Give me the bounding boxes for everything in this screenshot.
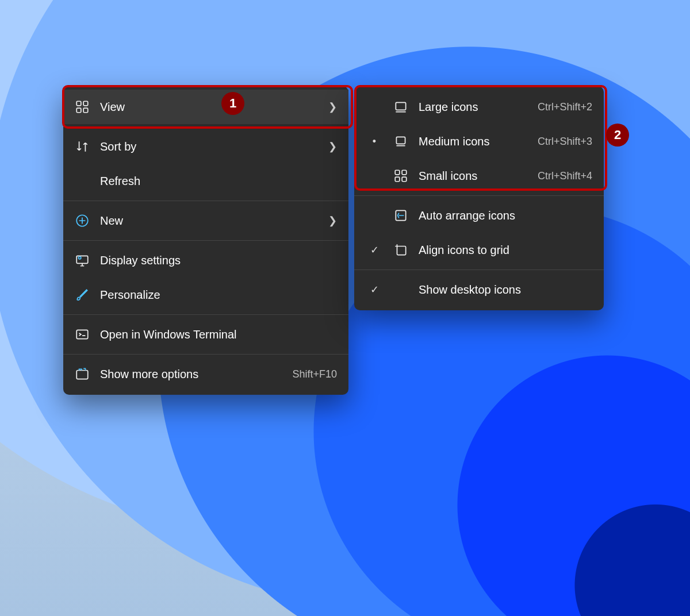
menu-item-personalize[interactable]: Personalize — [63, 278, 348, 312]
submenu-item-large-icons[interactable]: Large icons Ctrl+Shift+2 — [354, 90, 604, 124]
menu-separator — [63, 354, 348, 355]
grid-icon — [75, 99, 90, 114]
svg-rect-1 — [83, 101, 88, 106]
radio-indicator-selected: • — [366, 136, 383, 148]
menu-item-label: Personalize — [100, 288, 337, 302]
menu-separator — [354, 270, 604, 270]
menu-item-sort-by[interactable]: Sort by ❯ — [63, 129, 348, 164]
chevron-right-icon: ❯ — [328, 140, 337, 153]
plus-circle-icon — [75, 213, 90, 228]
menu-item-view[interactable]: View ❯ — [63, 90, 348, 124]
menu-item-label: Refresh — [100, 175, 337, 188]
submenu-item-align-to-grid[interactable]: ✓ Align icons to grid — [354, 233, 604, 267]
menu-separator — [63, 126, 348, 127]
medium-icons-icon — [393, 134, 408, 149]
menu-item-label: View — [100, 101, 317, 114]
menu-separator — [354, 195, 604, 196]
blank-icon — [75, 174, 90, 188]
menu-item-new[interactable]: New ❯ — [63, 203, 348, 238]
svg-rect-13 — [395, 177, 400, 182]
align-grid-icon — [393, 242, 408, 257]
submenu-item-medium-icons[interactable]: • Medium icons Ctrl+Shift+3 — [354, 124, 604, 159]
menu-separator — [63, 240, 348, 241]
menu-separator — [63, 314, 348, 315]
menu-item-label: New — [100, 214, 317, 228]
sort-icon — [75, 139, 90, 154]
menu-item-shortcut: Shift+F10 — [292, 368, 337, 380]
submenu-item-show-desktop-icons[interactable]: ✓ Show desktop icons — [354, 272, 604, 307]
display-settings-icon — [75, 253, 90, 268]
submenu-item-label: Align icons to grid — [419, 244, 592, 257]
check-indicator-checked: ✓ — [366, 283, 383, 296]
small-icons-icon — [393, 168, 408, 183]
submenu-item-label: Auto arrange icons — [419, 209, 592, 222]
paintbrush-icon — [75, 287, 90, 302]
svg-rect-8 — [76, 371, 88, 379]
svg-point-6 — [79, 257, 81, 259]
menu-item-show-more-options[interactable]: Show more options Shift+F10 — [63, 357, 348, 391]
submenu-item-auto-arrange[interactable]: Auto arrange icons — [354, 198, 604, 233]
menu-item-open-terminal[interactable]: Open in Windows Terminal — [63, 317, 348, 352]
svg-rect-14 — [402, 177, 407, 182]
submenu-item-shortcut: Ctrl+Shift+4 — [538, 170, 592, 182]
auto-arrange-icon — [393, 208, 408, 223]
submenu-item-label: Large icons — [419, 101, 516, 114]
chevron-right-icon: ❯ — [328, 214, 337, 227]
svg-rect-7 — [76, 330, 88, 338]
view-submenu: Large icons Ctrl+Shift+2 • Medium icons … — [354, 86, 604, 310]
menu-separator — [63, 201, 348, 201]
svg-rect-2 — [76, 108, 81, 113]
menu-item-label: Display settings — [100, 254, 337, 267]
svg-rect-11 — [395, 170, 400, 175]
chevron-right-icon: ❯ — [328, 101, 337, 113]
menu-item-refresh[interactable]: Refresh — [63, 164, 348, 198]
submenu-item-label: Show desktop icons — [419, 283, 592, 297]
blank-icon — [393, 282, 408, 297]
desktop-context-menu: View ❯ Sort by ❯ Refresh New ❯ Display s… — [63, 86, 348, 395]
check-indicator-checked: ✓ — [366, 244, 383, 256]
menu-item-label: Sort by — [100, 140, 317, 153]
large-icons-icon — [393, 99, 408, 114]
svg-rect-3 — [83, 108, 88, 113]
more-options-icon — [75, 367, 90, 382]
submenu-item-shortcut: Ctrl+Shift+3 — [538, 136, 592, 148]
submenu-item-label: Small icons — [419, 170, 516, 183]
terminal-icon — [75, 327, 90, 342]
svg-rect-0 — [76, 101, 81, 106]
menu-item-label: Show more options — [100, 368, 270, 381]
svg-rect-16 — [397, 247, 406, 255]
submenu-item-small-icons[interactable]: Small icons Ctrl+Shift+4 — [354, 159, 604, 193]
svg-rect-12 — [402, 170, 407, 175]
svg-rect-10 — [396, 137, 405, 144]
submenu-item-shortcut: Ctrl+Shift+2 — [538, 101, 592, 113]
menu-item-label: Open in Windows Terminal — [100, 328, 337, 341]
svg-rect-9 — [396, 102, 405, 110]
submenu-item-label: Medium icons — [419, 135, 516, 148]
menu-item-display-settings[interactable]: Display settings — [63, 243, 348, 278]
